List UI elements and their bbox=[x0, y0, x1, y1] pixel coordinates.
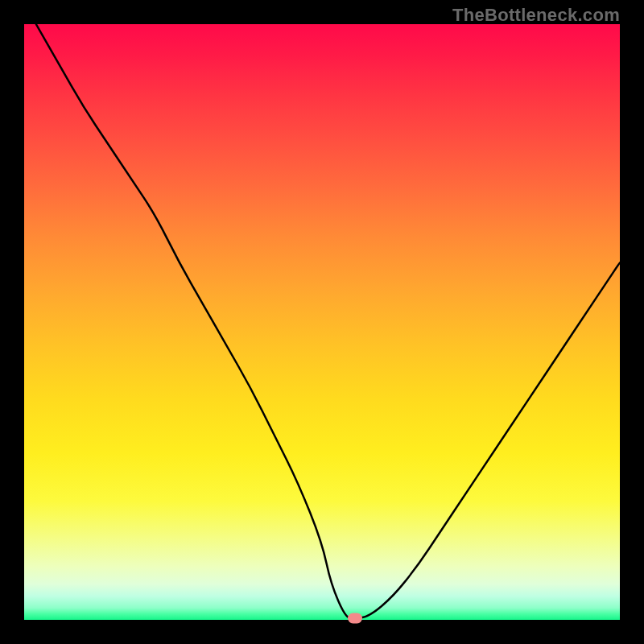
curve-svg bbox=[24, 24, 620, 620]
plot-area bbox=[24, 24, 620, 620]
minimum-marker bbox=[348, 613, 362, 623]
watermark-text: TheBottleneck.com bbox=[452, 5, 620, 26]
chart-container: TheBottleneck.com bbox=[0, 0, 644, 644]
bottleneck-curve-path bbox=[36, 24, 620, 618]
